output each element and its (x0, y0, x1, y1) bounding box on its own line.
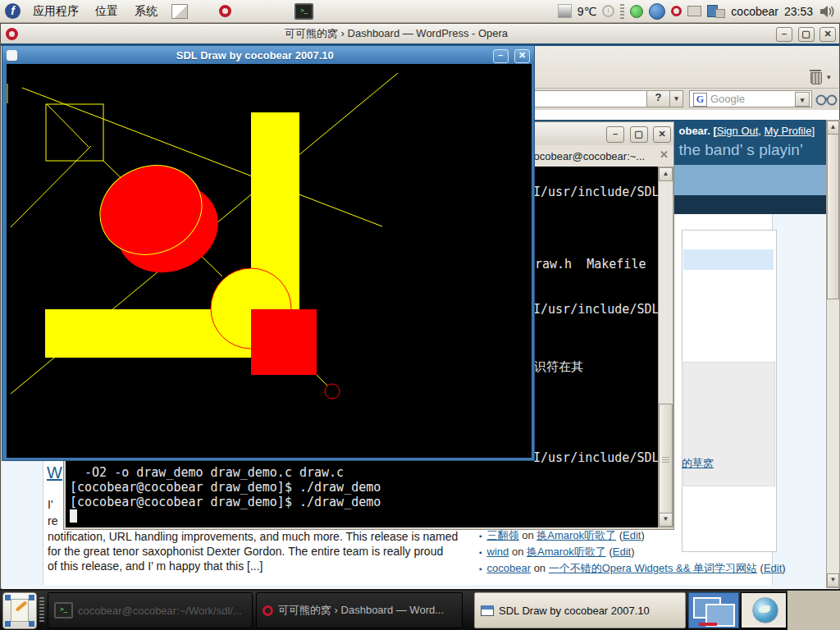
comment-post-link[interactable]: 一个不错的Opera Widgets && 单词学习网站 (549, 562, 757, 574)
wp-post-heading-fragment[interactable]: W (47, 463, 62, 482)
network-icon[interactable] (707, 5, 725, 18)
fedora-menu-icon[interactable]: f (5, 3, 21, 19)
applet-grip[interactable] (620, 4, 624, 19)
my-profile-link[interactable]: My Profile (765, 125, 812, 137)
comment-post-link[interactable]: 换Amarok听歌了 (527, 546, 606, 558)
comment-edit-link[interactable]: Edit (764, 562, 782, 574)
scrollbar-thumb[interactable] (827, 134, 839, 299)
terminal-line: 识符在其 (534, 359, 583, 375)
logged-in-user[interactable]: cocobear (731, 5, 778, 18)
comment-author-link[interactable]: wind (487, 546, 509, 558)
menu-system[interactable]: 系统 (127, 2, 165, 21)
down-left-line (11, 146, 91, 227)
taskbar-item-sdl-draw[interactable]: SDL Draw by cocobear 2007.10 (474, 592, 686, 628)
minimize-button[interactable]: – (493, 49, 509, 63)
screenshot-launcher-icon[interactable] (171, 4, 188, 19)
terminal-icon: >_ (54, 602, 73, 619)
google-icon: G (693, 93, 707, 107)
tasklist-grip[interactable] (39, 597, 44, 623)
comment-edit-link[interactable]: Edit (613, 546, 631, 558)
scroll-up-icon[interactable]: ▲ (659, 167, 673, 181)
maximize-button[interactable]: ▢ (630, 126, 648, 143)
comment-edit-link[interactable]: Edit (623, 529, 641, 541)
search-dropdown-icon[interactable]: ▾ (795, 92, 810, 107)
opera-launcher-icon[interactable] (219, 5, 231, 17)
list-item: ▪cocobear on 一个不错的Opera Widgets && 单词学习网… (479, 560, 786, 577)
wp-tagline-fragment: e the band’ s playin’ (666, 141, 803, 159)
paragraph-fragment-2: re (48, 514, 57, 527)
globe-icon (752, 597, 778, 623)
sdl-titlebar[interactable]: SDL Draw by cocobear 2007.10 – ✕ (2, 46, 534, 64)
small-circle-outline (325, 384, 340, 399)
menu-applications[interactable]: 应用程序 (25, 2, 86, 21)
close-button[interactable]: ✕ (514, 49, 530, 63)
opera-tray-icon[interactable] (671, 6, 682, 16)
terminal-window-controls: – ▢ ✕ (605, 126, 671, 143)
search-placeholder: Google (710, 93, 745, 105)
minimize-button[interactable]: – (606, 126, 624, 143)
browser-tray-icon[interactable] (649, 3, 665, 20)
weather-icon[interactable] (558, 4, 572, 18)
window-icon (481, 605, 494, 616)
help-button[interactable]: ? (646, 90, 670, 107)
opera-window-title: 可可熊的窝 › Dashboard — WordPress - Opera (18, 26, 774, 41)
taskbar-item-terminal[interactable]: >_ cocobear@cocobear:~/Work/sdl/... (48, 592, 253, 628)
minimize-button[interactable]: – (776, 27, 792, 42)
scroll-down-icon[interactable]: ▼ (827, 573, 839, 587)
sdl-draw-window: SDL Draw by cocobear 2007.10 – ✕ (2, 45, 535, 461)
scroll-up-icon[interactable]: ▲ (827, 121, 839, 135)
taskbar: >_ cocobear@cocobear:~/Work/sdl/... 可可熊的… (0, 591, 840, 630)
volume-icon[interactable] (819, 5, 835, 18)
panel-end-filler (788, 591, 840, 630)
wp-username-fragment: obear. [ (679, 125, 717, 137)
workspace-switcher[interactable] (688, 592, 739, 628)
taskbar-item-opera[interactable]: 可可熊的窝 › Dashboard — Word... (256, 592, 463, 628)
terminal-line: raw.h Makefile (535, 257, 646, 272)
trash-icon[interactable] (809, 70, 822, 84)
comment-author-link[interactable]: 三翻领 (487, 529, 519, 541)
comment-post-link[interactable]: 换Amarok听歌了 (536, 529, 616, 541)
sign-out-link[interactable]: Sign Out (717, 125, 759, 137)
terminal-line: I/usr/include/SDL (533, 185, 658, 199)
close-button[interactable]: ✕ (819, 27, 836, 42)
clock-icon[interactable] (602, 5, 614, 17)
panel-status-area: 9℃ cocobear 23:53 (558, 3, 835, 20)
wp-recent-comments: ▪三翻领 on 换Amarok听歌了 (Edit) ▪wind on 换Amar… (479, 527, 786, 577)
workspace-2-cell[interactable] (741, 592, 787, 628)
terminal-line: -O2 -o draw_demo draw_demo.c draw.c (70, 465, 344, 480)
close-button[interactable]: ✕ (653, 126, 671, 143)
sdl-canvas[interactable] (7, 64, 532, 458)
desktop: 可可熊的窝 › Dashboard — WordPress - Opera – … (0, 0, 840, 630)
opera-titlebar[interactable]: 可可熊的窝 › Dashboard — WordPress - Opera – … (1, 24, 839, 44)
terminal-line: I/usr/include/SDL (533, 450, 658, 465)
bullet-icon: ▪ (479, 532, 482, 541)
terminal-scrollbar[interactable]: ▲ ▼ (658, 167, 673, 527)
notes-launcher-button[interactable] (2, 592, 37, 629)
chat-status-icon[interactable] (630, 5, 643, 18)
tab-close-icon[interactable]: ✕ (660, 148, 669, 161)
trash-dropdown-icon[interactable]: ▾ (827, 70, 831, 85)
thumb-grip (662, 457, 669, 463)
sdl-window-controls: – ✕ (493, 47, 532, 63)
menu-places[interactable]: 位置 (88, 2, 126, 21)
list-item: ▪wind on 换Amarok听歌了 (Edit) (479, 544, 786, 560)
comment-author-link[interactable]: cocobear (487, 562, 531, 574)
wp-highlight-row (683, 249, 774, 270)
glasses-icon[interactable] (815, 93, 838, 106)
search-input[interactable]: G Google ▾ (689, 90, 812, 107)
wp-side-link-fragment[interactable]: 的草窝 (682, 456, 714, 471)
terminal-tab-title[interactable]: cocobear@cocobear:~... (528, 150, 645, 162)
bullet-icon: ▪ (479, 548, 482, 557)
opera-icon (6, 28, 18, 40)
wp-account-links: obear. [Sign Out, My Profile] (679, 125, 815, 137)
tray-icon[interactable] (687, 6, 701, 16)
maximize-button[interactable]: ▢ (798, 27, 815, 42)
terminal-line: [cocobear@cocobear draw_demo]$ ./draw_de… (70, 480, 381, 495)
terminal-launcher-icon[interactable]: >_ (294, 3, 313, 20)
help-dropdown-icon[interactable]: ▾ (669, 90, 683, 107)
browser-scrollbar[interactable]: ▲ ▼ (826, 120, 840, 588)
scrollbar-thumb[interactable] (659, 404, 673, 517)
panel-clock[interactable]: 23:53 (784, 5, 813, 18)
terminal-line: I/usr/include/SDL (533, 302, 658, 317)
scroll-down-icon[interactable]: ▼ (659, 513, 673, 527)
